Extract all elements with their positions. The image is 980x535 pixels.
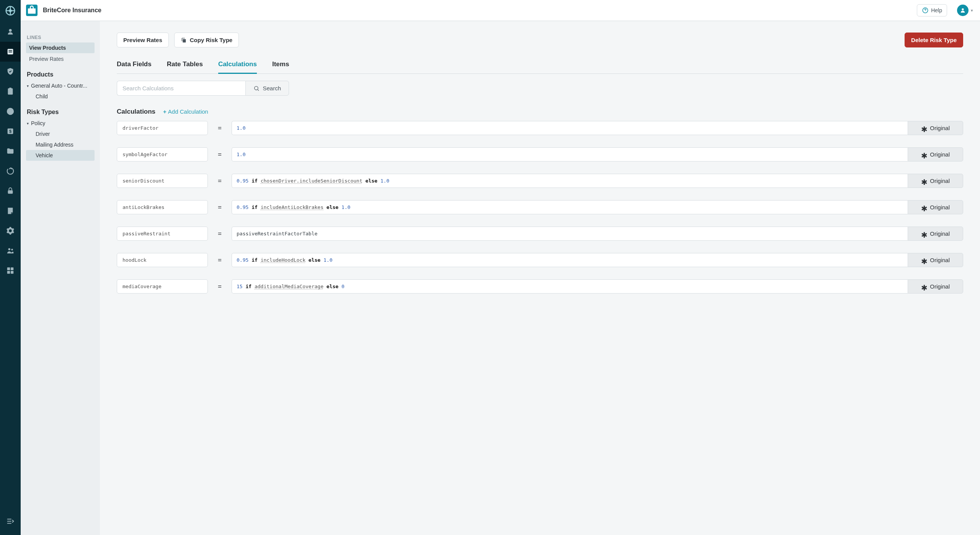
add-calculation-link[interactable]: + Add Calculation — [163, 108, 208, 115]
calculation-name-input[interactable]: driverFactor — [117, 121, 208, 135]
original-button[interactable]: ✱Original — [908, 227, 963, 241]
original-button[interactable]: ✱Original — [908, 279, 963, 294]
calculation-row: seniorDiscount=0.95 if chosenDriver.incl… — [117, 174, 963, 188]
calculation-expression-input[interactable]: 0.95 if includeAntiLockBrakes else 1.0 — [232, 200, 908, 214]
svg-point-10 — [8, 248, 11, 251]
lines-heading: LINES — [27, 35, 95, 40]
sidebar-preview-rates[interactable]: Preview Rates — [26, 54, 95, 64]
content: Preview Rates Copy Risk Type Delete Risk… — [100, 21, 980, 535]
logo — [0, 0, 21, 21]
tab-items[interactable]: Items — [272, 58, 289, 74]
nav-users-icon[interactable] — [0, 241, 21, 261]
nav-settings-icon[interactable] — [0, 221, 21, 241]
calculation-list: driverFactor=1.0✱OriginalsymbolAgeFactor… — [117, 121, 963, 294]
product-line-label: General Auto - Countr... — [31, 83, 92, 89]
nav-grid-icon[interactable] — [0, 261, 21, 281]
calculation-name-input[interactable]: hoodLock — [117, 253, 208, 267]
product-child-row[interactable]: Child — [26, 91, 95, 102]
calculation-row: driverFactor=1.0✱Original — [117, 121, 963, 135]
product-child-label: Child — [36, 93, 92, 99]
icon-rail: $ — [0, 0, 21, 535]
risk-vehicle-label: Vehicle — [36, 152, 92, 158]
chevron-down-icon: ▾ — [971, 8, 973, 13]
nav-shield-icon[interactable] — [0, 62, 21, 82]
tab-calculations[interactable]: Calculations — [218, 58, 257, 74]
risk-types-heading: Risk Types — [27, 109, 95, 116]
preview-rates-button[interactable]: Preview Rates — [117, 33, 169, 47]
search-button[interactable]: Search — [245, 81, 289, 96]
calculation-name-input[interactable]: mediaCoverage — [117, 279, 208, 294]
nav-clipboard-icon[interactable] — [0, 82, 21, 101]
nav-people-icon[interactable] — [0, 22, 21, 42]
original-button[interactable]: ✱Original — [908, 121, 963, 135]
equals-sign: = — [217, 124, 222, 132]
calculation-expression-input[interactable]: 1.0 — [232, 121, 908, 135]
risk-mailing-label: Mailing Address — [36, 142, 92, 148]
svg-rect-13 — [11, 268, 13, 270]
nav-refresh-icon[interactable] — [0, 161, 21, 181]
risk-driver-label: Driver — [36, 131, 92, 137]
nav-note-icon[interactable] — [0, 201, 21, 221]
search-input[interactable] — [117, 81, 245, 96]
calculation-row: symbolAgeFactor=1.0✱Original — [117, 147, 963, 161]
original-button[interactable]: ✱Original — [908, 174, 963, 188]
risk-vehicle-row[interactable]: Vehicle — [26, 150, 95, 161]
svg-point-20 — [255, 86, 258, 90]
products-heading: Products — [27, 71, 95, 78]
tab-data-fields[interactable]: Data Fields — [117, 58, 152, 74]
calculation-row: antiLockBrakes=0.95 if includeAntiLockBr… — [117, 200, 963, 214]
nav-folder-icon[interactable] — [0, 141, 21, 161]
help-label: Help — [931, 7, 942, 13]
nav-collapse-icon[interactable] — [0, 511, 21, 531]
calculation-row: mediaCoverage=15 if additionalMediaCover… — [117, 279, 963, 294]
svg-rect-6 — [9, 88, 11, 89]
calculation-name-input[interactable]: symbolAgeFactor — [117, 147, 208, 161]
equals-sign: = — [217, 151, 222, 158]
equals-sign: = — [217, 177, 222, 185]
original-button[interactable]: ✱Original — [908, 147, 963, 161]
calculation-name-input[interactable]: seniorDiscount — [117, 174, 208, 188]
svg-rect-16 — [28, 8, 36, 14]
svg-rect-14 — [7, 271, 10, 274]
topbar: BriteCore Insurance Help ▾ — [21, 0, 980, 21]
calculation-name-input[interactable]: antiLockBrakes — [117, 200, 208, 214]
tab-rate-tables[interactable]: Rate Tables — [167, 58, 203, 74]
copy-risk-type-button[interactable]: Copy Risk Type — [174, 33, 239, 47]
app-icon — [26, 5, 38, 16]
sidebar: LINES View Products Preview Rates Produc… — [21, 21, 100, 535]
user-menu[interactable]: ▾ — [957, 5, 973, 16]
product-line-row[interactable]: ▾ General Auto - Countr... — [26, 80, 95, 91]
equals-sign: = — [217, 256, 222, 264]
delete-risk-type-button[interactable]: Delete Risk Type — [905, 33, 963, 47]
copy-icon — [181, 37, 187, 43]
calculation-expression-input[interactable]: 1.0 — [232, 147, 908, 161]
calculation-name-input[interactable]: passiveRestraint — [117, 227, 208, 241]
svg-rect-12 — [7, 268, 10, 270]
risk-driver-row[interactable]: Driver — [26, 129, 95, 139]
caret-down-icon: ▾ — [26, 121, 29, 126]
svg-rect-9 — [8, 190, 13, 194]
calculation-row: passiveRestraint=passiveRestraintFactorT… — [117, 227, 963, 241]
calculation-expression-input[interactable]: passiveRestraintFactorTable — [232, 227, 908, 241]
sidebar-view-products[interactable]: View Products — [26, 42, 95, 53]
original-button[interactable]: ✱Original — [908, 200, 963, 214]
help-button[interactable]: Help — [917, 4, 947, 16]
risk-mailing-row[interactable]: Mailing Address — [26, 139, 95, 150]
nav-chart-icon[interactable] — [0, 101, 21, 121]
svg-rect-4 — [8, 52, 12, 52]
original-button[interactable]: ✱Original — [908, 253, 963, 267]
calculation-expression-input[interactable]: 15 if additionalMediaCoverage else 0 — [232, 279, 908, 294]
svg-point-1 — [9, 9, 12, 12]
svg-rect-5 — [8, 88, 13, 95]
svg-point-11 — [11, 249, 13, 251]
equals-sign: = — [217, 230, 222, 238]
svg-rect-3 — [8, 50, 12, 51]
risk-policy-label: Policy — [31, 120, 92, 126]
nav-lock-icon[interactable] — [0, 181, 21, 201]
risk-policy-row[interactable]: ▾ Policy — [26, 118, 95, 129]
calculation-expression-input[interactable]: 0.95 if chosenDriver.includeSeniorDiscou… — [232, 174, 908, 188]
nav-products-icon[interactable] — [0, 42, 21, 62]
svg-rect-15 — [11, 271, 13, 274]
nav-billing-icon[interactable]: $ — [0, 121, 21, 141]
calculation-expression-input[interactable]: 0.95 if includeHoodLock else 1.0 — [232, 253, 908, 267]
